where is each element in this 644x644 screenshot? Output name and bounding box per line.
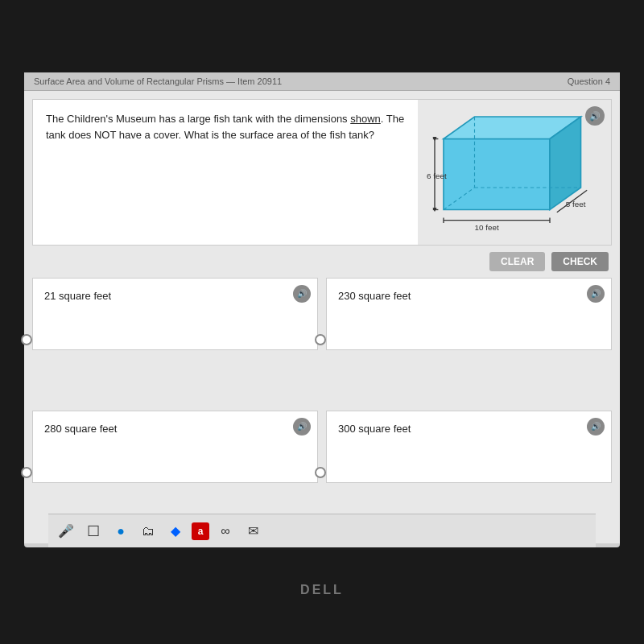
answer-card-d[interactable]: 300 square feet 🔊 (326, 411, 612, 483)
screen: Surface Area and Volume of Rectangular P… (24, 72, 620, 547)
svg-text:5 feet: 5 feet (566, 200, 586, 208)
answer-card-a[interactable]: 21 square feet 🔊 (32, 278, 318, 350)
taskbar-icon-app-a[interactable]: a (192, 522, 209, 540)
answer-wrapper-b: 230 square feet 🔊 (326, 278, 612, 402)
answer-audio-button-b[interactable]: 🔊 (587, 285, 605, 303)
question-text-underline: shown (350, 113, 381, 125)
svg-text:10 feet: 10 feet (475, 223, 499, 232)
answer-text-d: 300 square feet (338, 423, 411, 435)
taskbar-icon-explorer[interactable]: 🗂 (137, 520, 159, 543)
taskbar-icon-infinity[interactable]: ∞ (214, 520, 237, 543)
taskbar-icon-microphone[interactable]: 🎤 (55, 520, 77, 543)
prism-diagram: 6 feet 10 feet 5 feet (426, 108, 603, 237)
radio-a[interactable] (21, 334, 32, 345)
answer-text-b: 230 square feet (338, 290, 411, 302)
answer-text-c: 280 square feet (44, 423, 117, 435)
dell-brand-label: DELL (300, 583, 344, 597)
svg-text:6 feet: 6 feet (427, 171, 447, 180)
question-text-panel: The Children's Museum has a large fish t… (33, 100, 418, 245)
answer-audio-button-c[interactable]: 🔊 (293, 418, 311, 436)
check-button[interactable]: CheCK (551, 252, 609, 271)
answer-wrapper-a: 21 square feet 🔊 (32, 278, 318, 402)
radio-d[interactable] (315, 467, 326, 478)
taskbar-icon-edge[interactable]: ● (109, 520, 132, 543)
radio-b[interactable] (315, 334, 326, 345)
diagram-panel: 6 feet 10 feet 5 feet (418, 100, 611, 245)
clear-button[interactable]: CLEAR (489, 252, 545, 271)
main-content: The Children's Museum has a large fish t… (24, 91, 620, 543)
controls-row: CLEAR CheCK (32, 252, 612, 271)
question-area: The Children's Museum has a large fish t… (32, 99, 612, 246)
header-right: Question 4 (568, 76, 610, 86)
header-left: Surface Area and Volume of Rectangular P… (34, 76, 282, 86)
taskbar-icon-dropbox[interactable]: ◆ (164, 520, 187, 543)
top-bar: Surface Area and Volume of Rectangular P… (24, 72, 620, 91)
taskbar: 🎤 ☐ ● 🗂 ◆ a ∞ ✉ (48, 514, 596, 547)
answer-audio-button-a[interactable]: 🔊 (293, 285, 311, 303)
question-audio-button[interactable]: 🔊 (585, 106, 605, 126)
answer-card-b[interactable]: 230 square feet 🔊 (326, 278, 612, 350)
answers-grid: 21 square feet 🔊 230 square feet 🔊 280 s… (32, 278, 612, 536)
radio-c[interactable] (21, 467, 32, 478)
answer-card-c[interactable]: 280 square feet 🔊 (32, 411, 318, 483)
answer-text-a: 21 square feet (44, 290, 111, 302)
svg-marker-0 (444, 139, 550, 210)
taskbar-icon-windows[interactable]: ☐ (82, 520, 105, 543)
answer-audio-button-d[interactable]: 🔊 (587, 418, 605, 436)
taskbar-icon-mail[interactable]: ✉ (242, 520, 264, 543)
question-text-part1: The Children's Museum has a large fish t… (46, 113, 350, 125)
